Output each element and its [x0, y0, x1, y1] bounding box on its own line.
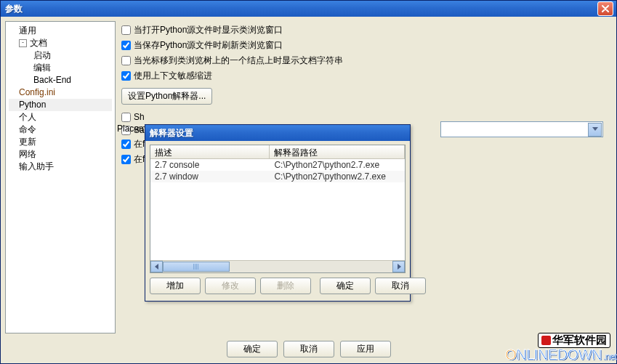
tree-node-label: Python [19, 100, 46, 110]
close-button[interactable] [597, 1, 613, 16]
titlebar: 参数 [1, 1, 616, 17]
listview-body: 2.7 consoleC:\Python27\python2.7.exe2.7 … [150, 159, 405, 260]
apply-button[interactable]: 应用 [340, 341, 391, 357]
tree-node-label: 输入助手 [19, 161, 54, 171]
add-button[interactable]: 增加 [150, 278, 201, 294]
tree-node-label: 通用 [19, 25, 36, 36]
option-label: 当保存Python源文件时刷新类浏览窗口 [134, 39, 283, 52]
option-checkbox[interactable] [121, 139, 131, 149]
option-checkbox[interactable] [121, 56, 131, 65]
delete-button[interactable]: 删除 [260, 278, 311, 294]
tree-node-label: 网络 [19, 149, 36, 159]
interpreter-settings-dialog: 解释器设置 描述解释器路径 2.7 consoleC:\Python27\pyt… [145, 124, 411, 302]
preferences-window: 参数 通用-文档启动编辑Back-EndConfig.iniPython个人命令… [0, 0, 617, 364]
option-label: 当打开Python源文件时显示类浏览窗口 [134, 24, 283, 36]
modify-button[interactable]: 修改 [205, 278, 256, 294]
cell-path: C:\Python27\python2.7.exe [270, 160, 405, 170]
option-checkbox[interactable] [121, 155, 131, 164]
tree-node[interactable]: Back-End [9, 74, 112, 86]
listview-header: 描述解释器路径 [150, 145, 405, 159]
placement-label: Placem [117, 124, 146, 134]
list-row[interactable]: 2.7 windowC:\Python27\pythonw2.7.exe [150, 171, 405, 182]
option-row: 当光标移到类浏览树上的一个结点上时显示文档字符串 [121, 54, 609, 67]
option-checkbox[interactable] [121, 41, 131, 50]
option-label: 当光标移到类浏览树上的一个结点上时显示文档字符串 [134, 54, 343, 67]
tree-node-label: 更新 [19, 137, 36, 147]
set-interpreter-button[interactable]: 设置Python解释器... [121, 88, 212, 105]
option-label: 在f [134, 153, 145, 166]
tree-toggle-icon[interactable]: - [19, 39, 27, 47]
scroll-right-button[interactable] [392, 261, 405, 272]
chevron-right-icon [397, 264, 401, 270]
cancel-button[interactable]: 取消 [283, 341, 334, 357]
combo-dropdown-button[interactable] [588, 123, 602, 137]
tree-node[interactable]: 网络 [9, 148, 112, 161]
list-row[interactable]: 2.7 consoleC:\Python27\python2.7.exe [150, 159, 405, 171]
ok-button[interactable]: 确定 [227, 341, 278, 357]
dialog-buttons: 确定 取消 应用 [1, 341, 616, 357]
tree-node-label: Back-End [33, 75, 71, 85]
tree-node[interactable]: 编辑 [9, 62, 112, 74]
interpreter-listview[interactable]: 描述解释器路径 2.7 consoleC:\Python27\python2.7… [150, 145, 406, 273]
horizontal-scrollbar[interactable] [150, 260, 405, 272]
tree-node[interactable]: Python [9, 99, 112, 111]
tree-node[interactable]: 命令 [9, 124, 112, 136]
chevron-left-icon [155, 264, 159, 270]
tree-node-label: 文档 [30, 38, 47, 48]
window-title: 参数 [5, 3, 597, 15]
option-row: 使用上下文敏感缩进 [121, 70, 609, 82]
cell-desc: 2.7 window [150, 171, 270, 182]
option-checkbox[interactable] [121, 113, 131, 122]
inner-buttons: 增加 修改 删除 确定 取消 [150, 278, 406, 294]
tree-node[interactable]: 更新 [9, 136, 112, 148]
tree-node-label: 启动 [33, 50, 51, 60]
close-icon [602, 5, 609, 12]
option-row: 当打开Python源文件时显示类浏览窗口 [121, 24, 609, 36]
scroll-thumb[interactable] [163, 262, 230, 272]
cell-path: C:\Python27\pythonw2.7.exe [270, 171, 405, 182]
tree-node[interactable]: -文档 [9, 37, 112, 49]
tree-node-label: 个人 [19, 112, 36, 122]
option-checkbox[interactable] [121, 25, 131, 35]
inner-cancel-button[interactable]: 取消 [375, 278, 426, 294]
options-group: 当打开Python源文件时显示类浏览窗口当保存Python源文件时刷新类浏览窗口… [121, 24, 609, 82]
tree-node[interactable]: 输入助手 [9, 161, 112, 173]
inner-ok-button[interactable]: 确定 [320, 278, 371, 294]
option-checkbox[interactable] [121, 71, 131, 81]
option-label: 在f [134, 138, 145, 150]
tree-node-label: 编辑 [33, 62, 51, 73]
scroll-track[interactable] [163, 262, 392, 272]
tree-node-label: Config.ini [19, 87, 55, 97]
inner-client: 描述解释器路径 2.7 consoleC:\Python27\python2.7… [145, 141, 410, 299]
option-row: 当保存Python源文件时刷新类浏览窗口 [121, 39, 609, 52]
tree-node[interactable]: 个人 [9, 111, 112, 124]
inner-title: 解释器设置 [150, 127, 408, 139]
option-label: 使用上下文敏感缩进 [134, 70, 212, 82]
option-row: Sh [121, 112, 609, 122]
tree-node[interactable]: Config.ini [9, 86, 112, 99]
chevron-down-icon [592, 127, 598, 132]
cell-desc: 2.7 console [150, 160, 270, 170]
tree-node[interactable]: 启动 [9, 49, 112, 62]
tree-node[interactable]: 通用 [9, 25, 112, 37]
inner-titlebar: 解释器设置 [145, 125, 410, 141]
column-header[interactable]: 描述 [150, 145, 270, 158]
option-label: Sh [134, 112, 145, 122]
column-header[interactable]: 解释器路径 [270, 145, 405, 158]
scroll-left-button[interactable] [150, 261, 163, 272]
placement-combo[interactable] [440, 121, 603, 137]
category-tree[interactable]: 通用-文档启动编辑Back-EndConfig.iniPython个人命令更新网… [5, 21, 116, 333]
tree-node-label: 命令 [19, 124, 36, 134]
